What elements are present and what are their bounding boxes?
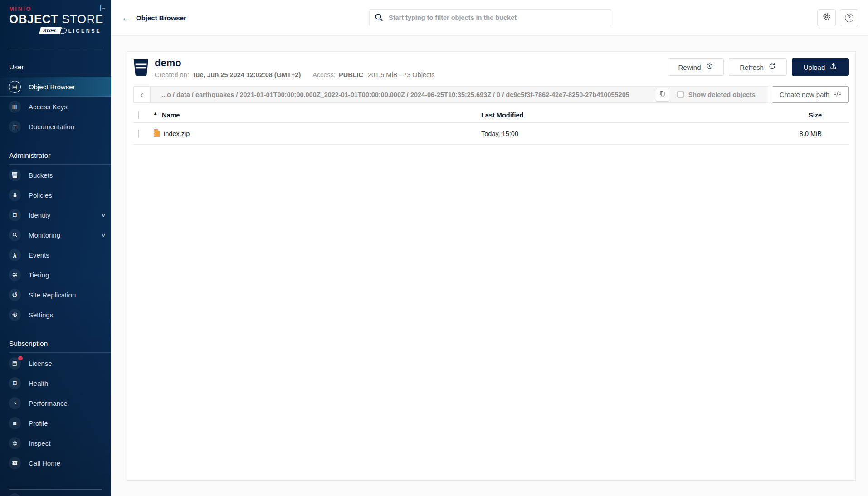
sidebar-item-object-browser[interactable]: ▤ Object Browser: [0, 77, 111, 97]
sidebar-item-label: Policies: [29, 191, 52, 199]
collapse-sidebar-icon[interactable]: |←: [99, 4, 106, 11]
sidebar-item-label: Inspect: [29, 439, 50, 447]
inspect-icon: ≎: [9, 437, 21, 449]
search-box: [369, 9, 611, 26]
page-head: ← Object Browser: [122, 0, 186, 36]
sidebar-item-call-home[interactable]: ☎ Call Home: [0, 453, 111, 473]
row-checkbox[interactable]: [138, 130, 139, 138]
sidebar-item-settings[interactable]: Settings: [0, 305, 111, 325]
help-button[interactable]: ?: [840, 9, 858, 26]
divider: [9, 76, 111, 76]
sidebar-item-label: Monitoring: [29, 231, 60, 239]
zip-file-icon: [153, 129, 160, 139]
bucket-icon: [133, 59, 149, 78]
breadcrumb-back-chevron[interactable]: ‹: [134, 87, 151, 102]
search-input[interactable]: [369, 9, 611, 26]
divider: [9, 352, 111, 353]
site-replication-icon: ↺: [9, 289, 21, 301]
rewind-button[interactable]: Rewind: [668, 58, 724, 76]
bucket-stats: 201.5 MiB - 73 Objects: [368, 71, 435, 78]
back-arrow-icon[interactable]: ←: [122, 14, 130, 22]
rewind-button-label: Rewind: [678, 63, 701, 71]
refresh-button[interactable]: Refresh: [729, 58, 787, 76]
column-header-last-modified[interactable]: Last Modified: [481, 112, 749, 119]
divider: [9, 164, 111, 165]
sidebar: |← MINIO OBJECT STORE AGPL LICENSE User …: [0, 0, 111, 496]
copy-icon: [659, 90, 666, 99]
copy-path-button[interactable]: [656, 88, 669, 102]
sidebar-item-monitoring[interactable]: Monitoring ∨: [0, 225, 111, 245]
select-all-checkbox[interactable]: [138, 111, 139, 119]
table-row[interactable]: index.zip Today, 15:00 8.0 MiB: [133, 123, 849, 145]
created-label: Created on:: [155, 71, 189, 78]
sidebar-item-health[interactable]: ⊡ Health: [0, 373, 111, 393]
sidebar-item-label: Settings: [29, 311, 53, 319]
section-label-administrator: Administrator: [0, 151, 111, 160]
breadcrumb[interactable]: ...o / data / earthquakes / 2021-01-01T0…: [151, 91, 656, 98]
settings-button[interactable]: [817, 9, 836, 26]
access-label: Access:: [312, 71, 336, 78]
show-deleted-objects-control: Show deleted objects: [677, 91, 756, 98]
sidebar-item-identity[interactable]: ⊟ Identity ∨: [0, 205, 111, 225]
cut-off-icon: [9, 493, 21, 496]
notification-dot: [18, 356, 23, 360]
create-path-icon: [834, 90, 841, 99]
bucket-card: demo Created on: Tue, Jun 25 2024 12:02:…: [127, 51, 856, 481]
question-mark-icon: ?: [845, 14, 853, 22]
upload-button[interactable]: Upload: [792, 58, 849, 76]
sidebar-item-profile[interactable]: ≡ Profile: [0, 413, 111, 433]
sidebar-item-label: Identity: [29, 211, 50, 219]
buckets-icon: [9, 169, 21, 181]
chevron-down-icon[interactable]: ∨: [101, 212, 106, 218]
refresh-button-label: Refresh: [740, 63, 764, 71]
sidebar-item-buckets[interactable]: Buckets: [0, 165, 111, 185]
health-icon: ⊡: [9, 377, 21, 389]
sidebar-item-policies[interactable]: Policies: [0, 185, 111, 205]
object-name-cell[interactable]: index.zip: [153, 129, 481, 139]
create-new-path-label: Create new path: [780, 91, 829, 98]
object-size-cell: 8.0 MiB: [749, 130, 849, 137]
search-icon: [375, 13, 383, 24]
bucket-header: demo Created on: Tue, Jun 25 2024 12:02:…: [133, 58, 849, 78]
access-value: PUBLIC: [339, 71, 363, 78]
breadcrumb-container: ‹ ...o / data / earthquakes / 2021-01-01…: [133, 86, 768, 103]
section-label-subscription: Subscription: [0, 340, 111, 348]
chevron-down-icon[interactable]: ∨: [101, 232, 106, 238]
events-icon: λ: [9, 249, 21, 261]
sidebar-item-label: License: [29, 360, 52, 367]
show-deleted-label: Show deleted objects: [688, 91, 756, 98]
sidebar-item-performance[interactable]: ◔ Performance: [0, 393, 111, 413]
sidebar-item-site-replication[interactable]: ↺ Site Replication: [0, 285, 111, 305]
sidebar-item-label: Buckets: [29, 171, 53, 179]
create-new-path-button[interactable]: Create new path: [772, 86, 849, 103]
sidebar-item-label: Access Keys: [29, 103, 68, 111]
rewind-icon: [706, 63, 713, 72]
sort-ascending-icon: ▲: [153, 111, 157, 116]
sidebar-item-label: Performance: [29, 399, 68, 407]
documentation-icon: ≣: [9, 121, 21, 133]
sidebar-bottom: [0, 489, 111, 496]
section-label-user: User: [0, 63, 111, 71]
sidebar-item-access-keys[interactable]: ▥ Access Keys: [0, 97, 111, 117]
sidebar-item-label: Documentation: [29, 123, 74, 131]
sidebar-item-label: Health: [29, 379, 48, 387]
sidebar-item-tiering[interactable]: ≋ Tiering: [0, 265, 111, 285]
bucket-name: demo: [155, 58, 435, 68]
upload-button-label: Upload: [804, 63, 825, 71]
policies-icon: [9, 189, 21, 201]
bucket-meta: Created on: Tue, Jun 25 2024 12:02:08 (G…: [155, 71, 435, 78]
bucket-toolbar: Rewind Refresh Upload: [668, 58, 849, 76]
column-header-name[interactable]: ▲ Name: [153, 112, 481, 119]
license-word: LICENSE: [68, 28, 101, 34]
access-keys-icon: ▥: [9, 101, 21, 113]
product-name: OBJECT STORE: [9, 12, 102, 26]
show-deleted-checkbox[interactable]: [677, 91, 684, 98]
sidebar-item-license[interactable]: ▤ License: [0, 353, 111, 373]
sidebar-item-documentation[interactable]: ≣ Documentation: [0, 117, 111, 136]
topbar: ← Object Browser ?: [111, 0, 868, 36]
sidebar-item-label: Tiering: [29, 271, 49, 279]
sidebar-item-inspect[interactable]: ≎ Inspect: [0, 433, 111, 453]
sidebar-item-events[interactable]: λ Events: [0, 245, 111, 265]
minio-wordmark: MINIO: [9, 5, 102, 12]
column-header-size[interactable]: Size: [749, 112, 849, 119]
